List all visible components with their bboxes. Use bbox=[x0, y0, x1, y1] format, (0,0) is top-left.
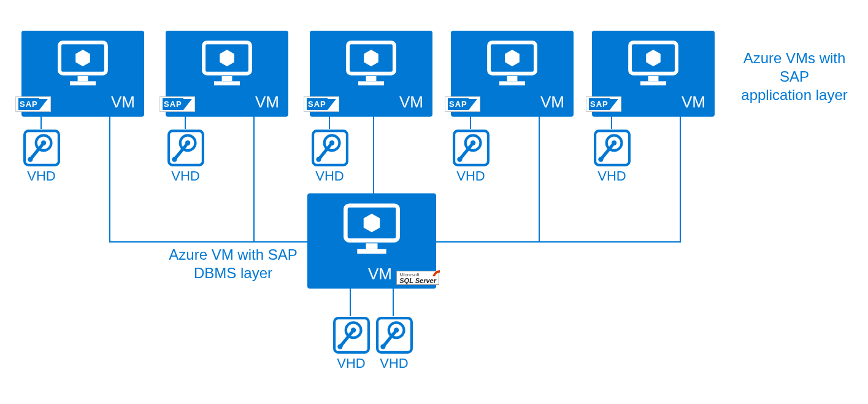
app-vm-5: VM SAP bbox=[592, 31, 715, 117]
vm-label: VM bbox=[682, 93, 705, 112]
vm-label: VM bbox=[368, 265, 392, 284]
vhd-label: VHD bbox=[21, 168, 61, 184]
sap-badge: SAP bbox=[304, 96, 339, 112]
vm-label: VM bbox=[111, 93, 135, 112]
connector bbox=[253, 241, 307, 243]
sap-triangle-icon bbox=[610, 99, 618, 110]
sap-text: SAP bbox=[307, 98, 328, 110]
vhd-app-3: VHD bbox=[310, 129, 350, 184]
vhd-app-5: VHD bbox=[592, 129, 632, 184]
sap-badge: SAP bbox=[15, 96, 51, 112]
sap-triangle-icon bbox=[469, 99, 477, 110]
svg-point-18 bbox=[28, 157, 33, 161]
vhd-label: VHD bbox=[166, 168, 205, 184]
app-layer-label-l2: application layer bbox=[741, 87, 847, 103]
sap-badge: SAP bbox=[586, 96, 621, 112]
sap-badge: SAP bbox=[159, 96, 195, 112]
connector bbox=[373, 117, 374, 193]
vhd-label: VHD bbox=[592, 168, 632, 184]
monitor-icon bbox=[345, 40, 398, 89]
svg-point-30 bbox=[457, 157, 462, 161]
vm-label: VM bbox=[399, 93, 423, 112]
app-layer-label: Azure VMs with SAP application layer bbox=[727, 49, 862, 104]
connector bbox=[611, 117, 612, 129]
svg-point-41 bbox=[337, 344, 342, 349]
sap-triangle-icon bbox=[39, 99, 48, 110]
svg-point-34 bbox=[598, 157, 603, 161]
svg-rect-14 bbox=[640, 81, 666, 85]
svg-rect-4 bbox=[222, 76, 232, 81]
vhd-app-2: VHD bbox=[166, 129, 205, 184]
svg-rect-36 bbox=[366, 243, 378, 249]
vhd-dbms-1: VHD bbox=[331, 316, 371, 371]
connector bbox=[329, 117, 330, 129]
vhd-label: VHD bbox=[451, 168, 491, 184]
sap-text: SAP bbox=[589, 98, 610, 110]
sql-server-badge: Microsoft SQL Server bbox=[396, 271, 439, 285]
connector bbox=[40, 117, 42, 129]
sap-triangle-icon bbox=[183, 99, 192, 110]
svg-rect-7 bbox=[366, 76, 377, 81]
dbms-layer-label: Azure VM with SAP DBMS layer bbox=[163, 246, 304, 282]
svg-rect-8 bbox=[358, 81, 384, 85]
vhd-dbms-2: VHD bbox=[374, 316, 414, 371]
connector bbox=[350, 289, 351, 316]
monitor-icon bbox=[628, 40, 680, 89]
svg-rect-37 bbox=[357, 249, 386, 254]
connector bbox=[393, 289, 394, 316]
monitor-icon bbox=[57, 40, 109, 89]
monitor-icon bbox=[486, 40, 539, 89]
vm-label: VM bbox=[255, 93, 279, 112]
app-vm-2: VM SAP bbox=[166, 31, 288, 117]
svg-rect-1 bbox=[78, 76, 88, 81]
connector bbox=[680, 117, 681, 243]
connector bbox=[470, 117, 471, 129]
vhd-app-1: VHD bbox=[21, 129, 61, 184]
monitor-icon bbox=[343, 203, 401, 258]
app-layer-label-l1: Azure VMs with SAP bbox=[743, 50, 846, 85]
connector bbox=[185, 117, 186, 129]
svg-rect-13 bbox=[648, 76, 659, 81]
vhd-label: VHD bbox=[310, 168, 350, 184]
dbms-layer-label-l1: Azure VM with SAP bbox=[169, 246, 297, 263]
svg-rect-2 bbox=[70, 81, 96, 85]
vhd-app-4: VHD bbox=[451, 129, 491, 184]
dbms-vm: VM Microsoft SQL Server bbox=[307, 193, 436, 289]
app-vm-1: VM SAP bbox=[21, 31, 144, 117]
monitor-icon bbox=[201, 40, 253, 89]
vhd-label: VHD bbox=[331, 355, 371, 371]
svg-rect-10 bbox=[507, 76, 518, 81]
sap-badge: SAP bbox=[445, 96, 480, 112]
sap-text: SAP bbox=[18, 98, 39, 110]
sap-text: SAP bbox=[163, 98, 183, 110]
sql-accent-icon bbox=[432, 270, 440, 276]
svg-point-26 bbox=[316, 157, 321, 161]
dbms-layer-label-l2: DBMS layer bbox=[194, 265, 272, 281]
app-vm-3: VM SAP bbox=[310, 31, 432, 117]
vm-label: VM bbox=[540, 93, 564, 112]
svg-rect-11 bbox=[499, 81, 525, 85]
connector bbox=[253, 117, 255, 243]
connector bbox=[109, 117, 110, 243]
connector bbox=[436, 241, 681, 243]
svg-point-45 bbox=[380, 344, 385, 349]
connector bbox=[539, 117, 540, 243]
app-vm-4: VM SAP bbox=[451, 31, 574, 117]
sap-text: SAP bbox=[448, 98, 469, 110]
svg-rect-5 bbox=[214, 81, 240, 85]
svg-point-22 bbox=[172, 157, 177, 161]
sql-product: SQL Server bbox=[399, 278, 436, 284]
sap-triangle-icon bbox=[328, 99, 336, 110]
vhd-label: VHD bbox=[374, 355, 414, 371]
